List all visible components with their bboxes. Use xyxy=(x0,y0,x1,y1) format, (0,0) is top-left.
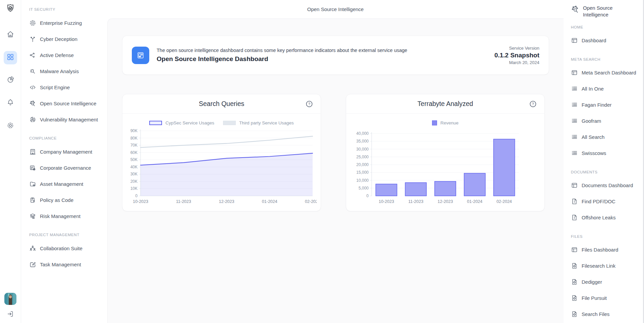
list-lines-icon xyxy=(571,150,578,157)
rail-settings-button[interactable] xyxy=(4,119,17,133)
legend-swatch xyxy=(149,121,162,125)
user-avatar[interactable] xyxy=(4,293,16,305)
svg-text:10-2023: 10-2023 xyxy=(379,199,394,204)
nav-item-label: Search Files xyxy=(582,311,609,317)
nav-item-label: Cyber Deception xyxy=(40,36,77,42)
right-sidebar-header: Open Source Intelligence xyxy=(571,5,641,18)
nav-item-label: Files Dashboard xyxy=(582,247,618,253)
svg-text:25,000: 25,000 xyxy=(356,155,369,159)
search-queries-card: Search Queries ? CypSec Service UsagesTh… xyxy=(122,94,321,211)
right-sidebar-item-meta-search-dashboard[interactable]: Meta Search Dashboard xyxy=(571,65,641,81)
legend-label: CypSec Service Usages xyxy=(165,120,214,125)
sidebar-item-policy-as-code[interactable]: Policy as Code xyxy=(29,192,104,208)
sidebar-section-it-security: IT SECURITY xyxy=(29,7,104,12)
bell-icon xyxy=(6,99,14,108)
svg-text:10-2023: 10-2023 xyxy=(133,199,148,204)
nav-item-label: Dashboard xyxy=(582,38,606,43)
content-panel: The open source intelligence dashboard c… xyxy=(107,18,564,323)
logout-button[interactable] xyxy=(7,310,14,319)
nav-item-label: Fagan Finder xyxy=(582,102,611,108)
list-lines-icon xyxy=(571,101,578,108)
right-sidebar-item-all-in-one[interactable]: All In One xyxy=(571,81,641,97)
right-sidebar-item-goofram[interactable]: Goofram xyxy=(571,113,641,129)
sidebar-item-open-source-intelligence[interactable]: Open Source Intelligence xyxy=(29,95,104,111)
rail-notifications-button[interactable] xyxy=(4,97,17,110)
nav-item-label: Vulnerability Management xyxy=(40,117,98,122)
shield-check-icon xyxy=(5,9,15,14)
main-area: Open Source Intelligence The open source… xyxy=(107,0,564,323)
list-lines-icon xyxy=(571,85,578,92)
nav-item-label: Company Management xyxy=(40,149,92,155)
svg-text:0: 0 xyxy=(135,194,138,198)
svg-text:35,000: 35,000 xyxy=(356,139,369,144)
svg-text:11-2023: 11-2023 xyxy=(176,199,191,204)
logout-icon xyxy=(7,313,14,319)
search-queries-chart: 010K20K30K40K50K60K70K80K90K10-202311-20… xyxy=(127,128,316,208)
window-icon xyxy=(571,182,578,189)
help-icon[interactable]: ? xyxy=(305,100,313,108)
right-sidebar-item-find-pdf-doc[interactable]: Find PDF/DOC xyxy=(571,194,641,210)
right-sidebar-item-fagan-finder[interactable]: Fagan Finder xyxy=(571,97,641,113)
document-icon xyxy=(571,214,578,221)
nav-item-label: Active Defense xyxy=(40,52,74,58)
network-search-icon xyxy=(571,5,580,14)
sidebar-item-asset-management[interactable]: Asset Management xyxy=(29,176,104,192)
nav-item-label: File Pursuit xyxy=(582,295,607,301)
chart-header: Terrabyte Analyzed ? xyxy=(346,94,544,114)
nav-item-label: Collaboration Suite xyxy=(40,246,83,251)
sidebar-item-collaboration-suite[interactable]: Collaboration Suite xyxy=(29,240,104,256)
app-logo xyxy=(5,3,15,15)
gear-icon xyxy=(6,121,14,131)
rail-apps-button[interactable] xyxy=(4,51,17,64)
right-sidebar-item-dashboard[interactable]: Dashboard xyxy=(571,33,641,49)
nav-item-label: Script Engine xyxy=(40,85,70,90)
right-sidebar-item-files-dashboard[interactable]: Files Dashboard xyxy=(571,242,641,258)
sidebar-item-vulnerability-management[interactable]: Vulnerability Management xyxy=(29,111,104,127)
svg-text:40K: 40K xyxy=(130,165,138,169)
file-gear-icon xyxy=(571,311,578,318)
sidebar-item-corporate-governance[interactable]: Corporate Governance xyxy=(29,160,104,176)
sidebar-item-risk-management[interactable]: Risk Management xyxy=(29,208,104,224)
legend-third-party-service-usages[interactable]: Third party Service Usages xyxy=(223,120,294,125)
window-icon xyxy=(571,246,578,253)
right-sidebar-section-home: HOME xyxy=(571,25,641,30)
info-texts: The open source intelligence dashboard c… xyxy=(157,48,407,63)
right-sidebar-item-dedigger[interactable]: Dedigger xyxy=(571,274,641,290)
legend-swatch xyxy=(223,121,236,125)
window-icon xyxy=(571,37,578,44)
svg-text:30K: 30K xyxy=(130,172,138,176)
sidebar-item-malware-analysis[interactable]: Malware Analysis xyxy=(29,63,104,79)
legend-label: Revenue xyxy=(440,120,459,125)
right-sidebar-item-all-search[interactable]: All Search xyxy=(571,129,641,145)
avatar-photo xyxy=(4,293,16,305)
right-sidebar: Open Source Intelligence HOMEDashboardME… xyxy=(564,0,644,323)
sidebar-item-company-management[interactable]: Company Management xyxy=(29,144,104,160)
service-version-date: March 20, 2024 xyxy=(494,60,539,65)
right-sidebar-item-documents-dashboard[interactable]: Documents Dashboard xyxy=(571,177,641,194)
help-icon[interactable]: ? xyxy=(529,100,537,108)
rail-home-button[interactable] xyxy=(4,28,17,42)
right-sidebar-item-search-files[interactable]: Search Files xyxy=(571,306,641,322)
svg-text:40,000: 40,000 xyxy=(356,131,369,136)
sidebar-item-task-management[interactable]: Task Management xyxy=(29,256,104,272)
sidebar-item-active-defense[interactable]: Active Defense xyxy=(29,47,104,63)
legend-cypsec-service-usages[interactable]: CypSec Service Usages xyxy=(149,120,214,125)
svg-text:01-2024: 01-2024 xyxy=(467,199,482,204)
sidebar-item-script-engine[interactable]: Script Engine xyxy=(29,79,104,95)
right-sidebar-item-offshore-leaks[interactable]: Offshore Leaks xyxy=(571,210,641,226)
file-gear-icon xyxy=(571,294,578,302)
right-sidebar-item-file-pursuit[interactable]: File Pursuit xyxy=(571,290,641,306)
right-sidebar-item-filesearch-link[interactable]: Filesearch Link xyxy=(571,258,641,274)
sidebar-item-cyber-deception[interactable]: Cyber Deception xyxy=(29,31,104,47)
svg-text:?: ? xyxy=(532,102,534,106)
home-icon xyxy=(6,30,14,40)
nav-item-label: Find PDF/DOC xyxy=(582,199,615,204)
rail-analytics-button[interactable] xyxy=(4,74,17,87)
sidebar-item-enterprise-fuzzing[interactable]: Enterprise Fuzzing xyxy=(29,15,104,31)
nav-item-label: Offshore Leaks xyxy=(582,215,615,220)
legend-revenue[interactable]: Revenue xyxy=(432,120,459,125)
svg-text:70K: 70K xyxy=(130,143,138,148)
right-sidebar-item-swisscows[interactable]: Swisscows xyxy=(571,145,641,161)
layers-eye-icon xyxy=(29,213,36,220)
chart-title: Search Queries xyxy=(199,100,244,108)
